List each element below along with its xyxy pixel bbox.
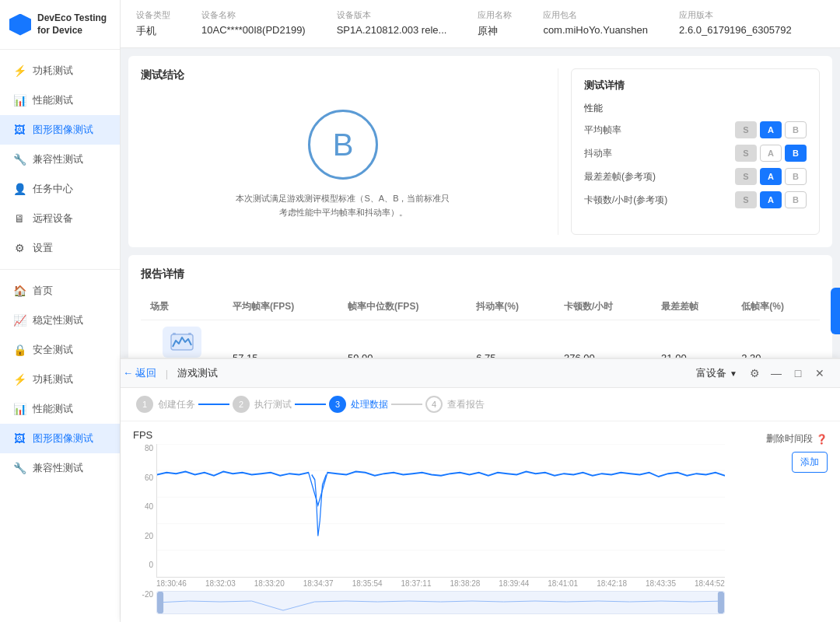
step-label-4: 查看报告 xyxy=(447,398,485,411)
y-label-20: 20 xyxy=(133,532,153,540)
sidebar-item-label: 首页 xyxy=(33,284,53,298)
badge-b-jitter[interactable]: B xyxy=(785,145,807,162)
step-circle-1: 1 xyxy=(136,396,153,413)
step-4: 4 查看报告 xyxy=(425,396,485,413)
device-type-value: 手机 xyxy=(136,24,170,38)
metric-row-worstdiff: 最差差帧(参考项) S A B xyxy=(584,168,807,185)
metric-badges-jitter: S A B xyxy=(735,145,807,162)
logo-text: DevEco Testingfor Device xyxy=(37,12,107,37)
sidebar-item-compat2[interactable]: 🔧 兼容性测试 xyxy=(0,453,120,483)
graphics-icon: 🖼 xyxy=(12,123,26,137)
sidebar-item-stability[interactable]: 📈 稳定性测试 xyxy=(0,306,120,335)
x-label-5: 18:37:11 xyxy=(401,579,432,588)
minimize-button[interactable]: — xyxy=(768,365,784,381)
compat-icon: 🔧 xyxy=(12,152,26,166)
chart-main: FPS 80 60 40 20 0 -20 xyxy=(133,429,725,614)
badge-b-worstdiff[interactable]: B xyxy=(785,168,807,185)
grade-letter: B xyxy=(333,128,354,162)
x-label-8: 18:41:01 xyxy=(548,579,578,588)
step-3: 3 处理数据 xyxy=(329,396,388,413)
metric-badges-avgfps: S A B xyxy=(735,121,807,138)
sidebar-item-power[interactable]: ⚡ 功耗测试 xyxy=(0,56,120,86)
metric-badges-stutter: S A B xyxy=(735,191,807,208)
sidebar-item-settings[interactable]: ⚙ 设置 xyxy=(0,233,120,263)
chart-minimap[interactable] xyxy=(156,591,725,614)
device-version-label: 设备版本 xyxy=(337,9,447,21)
maximize-button[interactable]: □ xyxy=(790,365,806,381)
th-lowfps: 低帧率(%) xyxy=(732,294,820,320)
app-name-label: 应用名称 xyxy=(478,9,512,21)
sidebar-item-label: 安全测试 xyxy=(33,343,73,357)
power2-icon: ⚡ xyxy=(12,372,26,386)
sidebar-item-graphics2[interactable]: 🖼 图形图像测试 xyxy=(0,424,120,453)
sidebar-item-compat[interactable]: 🔧 兼容性测试 xyxy=(0,145,120,174)
badge-a-jitter[interactable]: A xyxy=(760,145,782,162)
power-icon: ⚡ xyxy=(12,64,26,78)
svg-rect-9 xyxy=(157,592,724,613)
sidebar-item-label: 性能测试 xyxy=(33,402,73,416)
close-button[interactable]: ✕ xyxy=(812,365,828,381)
badge-s-avgfps[interactable]: S xyxy=(735,121,757,138)
x-label-11: 18:44:52 xyxy=(695,579,725,588)
home-icon: 🏠 xyxy=(12,284,26,298)
device-selector[interactable]: 富设备 ▼ xyxy=(696,366,737,380)
chart-svg-container: 18:30:46 18:32:03 18:33:20 18:34:37 18:3… xyxy=(156,444,725,614)
sidebar-item-perf2[interactable]: 📊 性能测试 xyxy=(0,394,120,424)
sidebar-item-label: 功耗测试 xyxy=(33,372,73,386)
back-button[interactable]: ← ← 返回 | 游戏测试 xyxy=(133,366,218,380)
sidebar-item-power2[interactable]: ⚡ 功耗测试 xyxy=(0,365,120,394)
test-result-layout: 测试结论 B 本次测试满足游戏测评模型标准（S、A、B，当前标准只考虑性能中平均… xyxy=(141,68,820,235)
th-stutter: 卡顿数/小时 xyxy=(555,294,652,320)
metric-label-stutter: 卡顿数/小时(参考项) xyxy=(584,194,677,207)
th-jitter: 抖动率(%) xyxy=(467,294,555,320)
sidebar-item-label: 功耗测试 xyxy=(33,64,73,78)
stability-icon: 📈 xyxy=(12,313,26,327)
badge-a-avgfps[interactable]: A xyxy=(760,121,782,138)
conclusion-title: 测试结论 xyxy=(141,68,545,82)
sidebar-item-remote[interactable]: 🖥 远程设备 xyxy=(0,204,120,233)
pkg-col: 应用包名 com.miHoYo.Yuanshen xyxy=(543,9,648,38)
sidebar-item-tasks[interactable]: 👤 任务中心 xyxy=(0,174,120,204)
window-titlebar: ← ← 返回 | 游戏测试 富设备 ▼ ⚙ — □ ✕ xyxy=(121,359,840,388)
chart-right-panel: 删除时间段 ❓ 添加 xyxy=(734,429,828,614)
badge-a-stutter[interactable]: A xyxy=(760,191,782,208)
badge-a-worstdiff[interactable]: A xyxy=(760,168,782,185)
y-label-40: 40 xyxy=(133,502,153,511)
stepper: 1 创建任务 2 执行测试 3 处理数据 4 查看报告 xyxy=(121,388,840,421)
sidebar-item-perf[interactable]: 📊 性能测试 xyxy=(0,86,120,115)
metric-badges-worstdiff: S A B xyxy=(735,168,807,185)
add-segment-button[interactable]: 添加 xyxy=(792,452,828,473)
fps-chart[interactable] xyxy=(156,444,725,578)
delete-segment-label: 删除时间段 xyxy=(766,432,813,446)
sidebar-item-security[interactable]: 🔒 安全测试 xyxy=(0,335,120,365)
sidebar-nav: ⚡ 功耗测试 📊 性能测试 🖼 图形图像测试 🔧 兼容性测试 👤 任务中心 🖥 … xyxy=(0,50,120,622)
settings-button[interactable]: ⚙ xyxy=(747,365,762,381)
delete-segment-row: 删除时间段 ❓ xyxy=(766,432,828,446)
right-accent-bar[interactable] xyxy=(831,288,840,334)
device-info-panel: 设备类型 手机 设备名称 10AC****00I8(PD2199) 设备版本 S… xyxy=(121,0,840,48)
metric-row-stutter: 卡顿数/小时(参考项) S A B xyxy=(584,191,807,208)
badge-s-worstdiff[interactable]: S xyxy=(735,168,757,185)
app-logo: DevEco Testingfor Device xyxy=(0,0,120,50)
chart-area: FPS 80 60 40 20 0 -20 xyxy=(121,421,840,622)
svg-rect-10 xyxy=(157,592,163,613)
tasks-icon: 👤 xyxy=(12,182,26,196)
logo-icon xyxy=(9,14,31,36)
badge-b-avgfps[interactable]: B xyxy=(785,121,807,138)
sidebar-item-graphics[interactable]: 🖼 图形图像测试 xyxy=(0,115,120,145)
app-name-value: 原神 xyxy=(478,24,512,38)
sidebar-item-home[interactable]: 🏠 首页 xyxy=(0,276,120,306)
badge-s-jitter[interactable]: S xyxy=(735,145,757,162)
metric-row-jitter: 抖动率 S A B xyxy=(584,145,807,162)
chart-with-labels: 80 60 40 20 0 -20 xyxy=(133,444,725,614)
window-title: 游戏测试 xyxy=(177,366,218,380)
badge-s-stutter[interactable]: S xyxy=(735,191,757,208)
compat2-icon: 🔧 xyxy=(12,461,26,475)
title-divider: | xyxy=(166,368,168,379)
badge-b-stutter[interactable]: B xyxy=(785,191,807,208)
device-version-col: 设备版本 SP1A.210812.003 rele... xyxy=(337,9,447,38)
perf-icon: 📊 xyxy=(12,93,26,107)
perf2-icon: 📊 xyxy=(12,402,26,416)
x-label-3: 18:34:37 xyxy=(303,579,334,588)
graphics2-icon: 🖼 xyxy=(12,432,26,446)
